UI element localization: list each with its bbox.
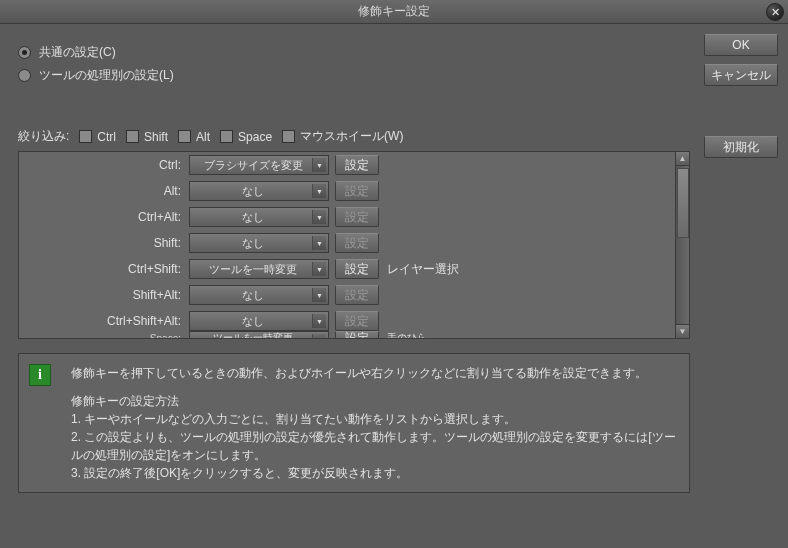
filter-checkbox-alt[interactable]: Alt xyxy=(178,130,210,144)
checkbox-icon xyxy=(282,130,295,143)
info-icon: i xyxy=(29,364,51,386)
binding-key-label: Shift+Alt: xyxy=(19,288,189,302)
info-text: 修飾キーを押下しているときの動作、およびホイールや右クリックなどに割り当てる動作… xyxy=(71,364,677,482)
binding-row: Ctrl+Shift:ツールを一時変更▼設定レイヤー選択 xyxy=(19,256,689,282)
binding-key-label: Ctrl+Alt: xyxy=(19,210,189,224)
binding-key-label: Ctrl+Shift+Alt: xyxy=(19,314,189,328)
filter-checkbox-ctrl[interactable]: Ctrl xyxy=(79,130,116,144)
filter-checkbox-space[interactable]: Space xyxy=(220,130,272,144)
binding-key-label: Alt: xyxy=(19,184,189,198)
binding-config-button[interactable]: 設定 xyxy=(335,259,379,279)
binding-config-button: 設定 xyxy=(335,285,379,305)
binding-action-select[interactable]: なし▼ xyxy=(189,233,329,253)
radio-label: ツールの処理別の設定(L) xyxy=(39,67,174,84)
binding-key-label: Ctrl: xyxy=(19,158,189,172)
select-value: なし xyxy=(196,184,310,199)
radio-common-settings[interactable]: 共通の設定(C) xyxy=(18,44,690,61)
binding-extra-label: 手のひら xyxy=(387,331,427,338)
checkbox-icon xyxy=(79,130,92,143)
filter-label: 絞り込み: xyxy=(18,128,69,145)
info-panel: i 修飾キーを押下しているときの動作、およびホイールや右クリックなどに割り当てる… xyxy=(18,353,690,493)
reset-button[interactable]: 初期化 xyxy=(704,136,778,158)
close-icon[interactable]: ✕ xyxy=(766,3,784,21)
select-value: なし xyxy=(196,236,310,251)
select-value: なし xyxy=(196,314,310,329)
select-value: ブラシサイズを変更 xyxy=(196,158,310,173)
radio-icon xyxy=(18,46,31,59)
modifier-key-settings-dialog: 修飾キー設定 ✕ 共通の設定(C) ツールの処理別の設定(L) 絞り込み: Ct… xyxy=(0,0,788,548)
binding-config-button: 設定 xyxy=(335,311,379,331)
binding-action-select[interactable]: ツールを一時変更▼ xyxy=(189,259,329,279)
binding-action-select[interactable]: ブラシサイズを変更▼ xyxy=(189,155,329,175)
binding-key-label: Space: xyxy=(19,333,189,339)
select-value: ツールを一時変更 xyxy=(196,331,310,338)
binding-extra-label: レイヤー選択 xyxy=(387,261,459,278)
bindings-table: Ctrl:ブラシサイズを変更▼設定Alt:なし▼設定Ctrl+Alt:なし▼設定… xyxy=(18,151,690,339)
dialog-title: 修飾キー設定 xyxy=(358,3,430,20)
scrollbar[interactable]: ▲ ▼ xyxy=(675,152,689,338)
select-value: ツールを一時変更 xyxy=(196,262,310,277)
ok-button[interactable]: OK xyxy=(704,34,778,56)
binding-config-button: 設定 xyxy=(335,181,379,201)
radio-per-tool-settings[interactable]: ツールの処理別の設定(L) xyxy=(18,67,690,84)
binding-action-select[interactable]: なし▼ xyxy=(189,181,329,201)
filter-checkbox-wheel[interactable]: マウスホイール(W) xyxy=(282,128,403,145)
scroll-down-icon[interactable]: ▼ xyxy=(676,324,689,338)
radio-label: 共通の設定(C) xyxy=(39,44,116,61)
checkbox-icon xyxy=(126,130,139,143)
binding-config-button: 設定 xyxy=(335,207,379,227)
binding-action-select[interactable]: ツールを一時変更▼ xyxy=(189,331,329,338)
binding-config-button: 設定 xyxy=(335,233,379,253)
chevron-down-icon: ▼ xyxy=(312,334,326,338)
chevron-down-icon: ▼ xyxy=(312,288,326,302)
select-value: なし xyxy=(196,210,310,225)
binding-row: Alt:なし▼設定 xyxy=(19,178,689,204)
filter-checkbox-shift[interactable]: Shift xyxy=(126,130,168,144)
chevron-down-icon: ▼ xyxy=(312,236,326,250)
binding-row-cutoff: Space:ツールを一時変更▼設定手のひら xyxy=(19,330,689,338)
binding-config-button[interactable]: 設定 xyxy=(335,331,379,338)
select-value: なし xyxy=(196,288,310,303)
binding-key-label: Shift: xyxy=(19,236,189,250)
chevron-down-icon: ▼ xyxy=(312,314,326,328)
radio-icon xyxy=(18,69,31,82)
scroll-up-icon[interactable]: ▲ xyxy=(676,152,689,166)
cancel-button[interactable]: キャンセル xyxy=(704,64,778,86)
titlebar: 修飾キー設定 ✕ xyxy=(0,0,788,24)
binding-action-select[interactable]: なし▼ xyxy=(189,285,329,305)
binding-action-select[interactable]: なし▼ xyxy=(189,311,329,331)
binding-action-select[interactable]: なし▼ xyxy=(189,207,329,227)
binding-config-button[interactable]: 設定 xyxy=(335,155,379,175)
binding-key-label: Ctrl+Shift: xyxy=(19,262,189,276)
chevron-down-icon: ▼ xyxy=(312,262,326,276)
binding-row: Shift:なし▼設定 xyxy=(19,230,689,256)
chevron-down-icon: ▼ xyxy=(312,184,326,198)
checkbox-icon xyxy=(220,130,233,143)
binding-row: Ctrl+Alt:なし▼設定 xyxy=(19,204,689,230)
binding-row: Shift+Alt:なし▼設定 xyxy=(19,282,689,308)
scroll-thumb[interactable] xyxy=(677,168,689,238)
binding-row: Ctrl:ブラシサイズを変更▼設定 xyxy=(19,152,689,178)
filter-row: 絞り込み: Ctrl Shift Alt Space マウスホイール(W) xyxy=(18,128,690,145)
chevron-down-icon: ▼ xyxy=(312,158,326,172)
chevron-down-icon: ▼ xyxy=(312,210,326,224)
checkbox-icon xyxy=(178,130,191,143)
